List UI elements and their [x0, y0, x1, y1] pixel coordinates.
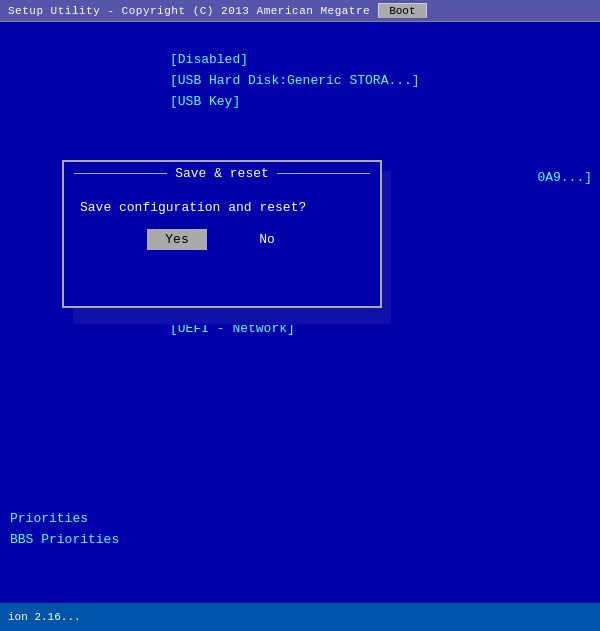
- bios-item-usb-key: [USB Key]: [170, 94, 600, 109]
- bios-item-disabled: [Disabled]: [170, 52, 600, 67]
- top-bar: Setup Utility - Copyright (C) 2013 Ameri…: [0, 0, 600, 22]
- priorities-item: Priorities: [10, 509, 119, 530]
- no-button[interactable]: No: [237, 229, 297, 250]
- bios-item-usb-hdd: [USB Hard Disk:Generic STORA...]: [170, 73, 600, 88]
- dialog-title-bar: Save & reset: [64, 162, 380, 185]
- tab-boot[interactable]: Boot: [378, 3, 426, 18]
- yes-button[interactable]: Yes: [147, 229, 207, 250]
- top-bar-title: Setup Utility - Copyright (C) 2013 Ameri…: [8, 5, 370, 17]
- dialog-buttons: Yes No: [80, 229, 364, 250]
- save-reset-dialog: Save & reset Save configuration and rese…: [62, 160, 382, 308]
- bbs-priorities-item: BBS Priorities: [10, 530, 119, 551]
- dialog-body: Save configuration and reset? Yes No: [64, 185, 380, 260]
- bottom-bar: ion 2.16...: [0, 603, 600, 631]
- bottom-bar-text: ion 2.16...: [8, 611, 81, 623]
- bottom-items: Priorities BBS Priorities: [10, 509, 119, 551]
- right-partial-text: 0A9...]: [537, 170, 592, 185]
- dialog-title: Save & reset: [167, 166, 277, 181]
- dialog-message: Save configuration and reset?: [80, 200, 306, 215]
